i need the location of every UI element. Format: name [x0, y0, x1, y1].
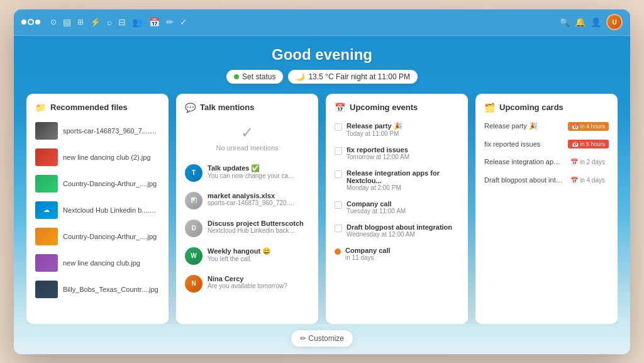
logo[interactable]	[21, 19, 40, 25]
greeting: Good evening	[272, 46, 372, 64]
file-item[interactable]: Country-Dancing-Arthur_....jpg	[35, 173, 160, 194]
event-name: Release party 🎉	[347, 122, 402, 130]
nav-icon-files[interactable]: ▤	[63, 17, 71, 27]
file-item[interactable]: new line dancing club.jpg	[35, 252, 160, 274]
contacts-icon[interactable]: 👤	[591, 17, 601, 27]
avatar[interactable]: U	[606, 14, 623, 30]
file-item[interactable]: ☁ Nextcloud Hub Linkedin b....png	[35, 199, 160, 221]
set-status-button[interactable]: Set status	[226, 70, 283, 84]
ucard-item[interactable]: Release integration apps for... 📅 in 2 d…	[484, 155, 609, 169]
file-name: Nextcloud Hub Linkedin b....png	[63, 206, 160, 214]
event-name: Release integration apps for Nextclou...	[347, 169, 459, 184]
ucard-name: fix reported issues	[484, 140, 564, 148]
talk-content: Talk updates ✅ You can now change your c…	[208, 164, 296, 179]
upcoming-events-card: 📅 Upcoming events Release party 🎉 Today …	[326, 94, 468, 324]
weather-emoji: 🌙	[296, 72, 305, 81]
card-header-files: 📁 Recommended files	[35, 103, 160, 113]
file-name: sports-car-146873_960_7....png	[63, 127, 160, 135]
file-name: Billy_Bobs_Texas_Countr....jpg	[63, 286, 158, 293]
event-checkbox[interactable]	[335, 123, 342, 131]
file-name: Country-Dancing-Arthur_....jpg	[63, 180, 157, 187]
nav-icon-edit[interactable]: ✏	[166, 17, 174, 27]
event-item[interactable]: Company call in 11 days	[335, 245, 459, 263]
ucard-item[interactable]: fix reported issues 📅 in 5 hours	[484, 138, 609, 150]
talk-msg: You left the call.	[208, 255, 271, 262]
card-header-events: 📅 Upcoming events	[335, 103, 459, 113]
event-checkbox[interactable]	[335, 170, 342, 178]
status-dot	[234, 74, 239, 79]
nav-icon-calendar[interactable]: 📅	[149, 17, 160, 27]
customize-button[interactable]: ✏ Customize	[291, 330, 353, 347]
talk-mentions-card: 💬 Talk mentions ✓ No unread mentions T T…	[176, 94, 318, 324]
talk-item[interactable]: 📊 market analysis.xlsx sports-car-146873…	[185, 189, 309, 212]
nav-icon-home[interactable]: ⊙	[50, 18, 57, 26]
recommended-files-card: 📁 Recommended files sports-car-146873_96…	[26, 94, 169, 324]
nav-icon-activity[interactable]: ⚡	[90, 17, 101, 27]
nav-icon-tasks[interactable]: ✓	[180, 17, 187, 27]
weather-pill[interactable]: 🌙 13.5 °C Fair night at 11:00 PM	[288, 70, 418, 84]
ucard-name: Draft blogpost about integra...	[484, 176, 563, 184]
event-details: Company call in 11 days	[345, 247, 391, 261]
talk-name: Nina Cercy	[208, 275, 287, 282]
set-status-label: Set status	[242, 72, 275, 81]
events-card-icon: 📅	[335, 103, 345, 113]
talk-card-title: Talk mentions	[200, 103, 254, 112]
event-checkbox[interactable]	[335, 225, 342, 232]
talk-item[interactable]: N Nina Cercy Are you available tomorrow?	[185, 272, 309, 295]
event-item[interactable]: Release party 🎉 Today at 11:00 PM	[335, 120, 459, 139]
talk-content: Weekly hangout 😄 You left the call.	[208, 247, 271, 262]
files-card-icon: 📁	[35, 103, 46, 113]
file-item[interactable]: Billy_Bobs_Texas_Countr....jpg	[35, 279, 160, 300]
file-thumb	[35, 148, 58, 166]
event-time: Tuesday at 11:00 AM	[347, 208, 406, 215]
talk-item[interactable]: W Weekly hangout 😄 You left the call.	[185, 245, 309, 267]
talk-name: Weekly hangout 😄	[208, 247, 271, 255]
events-card-title: Upcoming events	[350, 103, 418, 112]
event-details: fix reported issues Tomorrow at 12:00 AM	[347, 146, 409, 160]
event-item[interactable]: Release integration apps for Nextclou...…	[335, 167, 459, 193]
event-item[interactable]: Company call Tuesday at 11:00 AM	[335, 198, 459, 216]
topbar: ⊙ ▤ ⊞ ⚡ ⌕ ⊟ 👥 📅 ✏ ✓ 🔍 🔔 👤 U	[14, 9, 630, 36]
file-thumb	[35, 122, 58, 140]
event-checkbox[interactable]	[335, 147, 342, 155]
file-item[interactable]: sports-car-146873_960_7....png	[35, 120, 160, 142]
topbar-right: 🔍 🔔 👤 U	[560, 14, 623, 30]
notification-icon[interactable]: 🔔	[575, 17, 586, 27]
nav-icon-search[interactable]: ⌕	[107, 17, 112, 27]
file-name: new line dancing club.jpg	[63, 259, 140, 267]
ucard-badge: 📅 in 5 hours	[568, 140, 609, 148]
event-name: fix reported issues	[347, 146, 409, 154]
talk-name: Talk updates ✅	[208, 164, 296, 172]
event-item[interactable]: Draft blogpost about integration Wednesd…	[335, 221, 459, 240]
ucard-item[interactable]: Release party 🎉 📅 in 4 hours	[484, 120, 609, 133]
event-name: Draft blogpost about integration	[347, 223, 452, 231]
event-time: Today at 11:00 PM	[347, 130, 402, 137]
file-item[interactable]: Country-Dancing-Arthur_....jpg	[35, 226, 160, 247]
talk-msg: You can now change your camer...	[208, 172, 296, 179]
talk-card-icon: 💬	[185, 103, 196, 113]
talk-item[interactable]: D Discuss project Butterscotch Nextcloud…	[185, 217, 309, 240]
nav-icon-photos[interactable]: ⊞	[77, 18, 84, 26]
event-dot	[335, 249, 341, 255]
talk-content: market analysis.xlsx sports-car-146873_9…	[208, 192, 296, 206]
ucard-item[interactable]: Draft blogpost about integra... 📅 in 4 d…	[484, 174, 609, 187]
nav-icon-contacts[interactable]: 👥	[132, 17, 143, 27]
ucard-badge: 📅 in 4 hours	[568, 122, 609, 131]
nav-icon-apps[interactable]: ⊟	[118, 17, 126, 27]
event-checkbox[interactable]	[335, 201, 342, 209]
talk-avatar: D	[185, 220, 203, 237]
talk-item[interactable]: T Talk updates ✅ You can now change your…	[185, 162, 309, 184]
search-icon[interactable]: 🔍	[560, 18, 570, 27]
talk-msg: Are you available tomorrow?	[208, 282, 287, 289]
file-thumb: ☁	[35, 201, 58, 219]
main-content: Good evening Set status 🌙 13.5 °C Fair n…	[14, 36, 630, 354]
file-item[interactable]: new line dancing club (2).jpg	[35, 147, 160, 168]
event-details: Release party 🎉 Today at 11:00 PM	[347, 122, 402, 137]
event-time: Tomorrow at 12:00 AM	[347, 154, 409, 160]
talk-avatar: W	[185, 247, 203, 265]
talk-avatar: T	[185, 164, 203, 182]
no-unread-text: No unread mentions	[216, 144, 278, 152]
event-item[interactable]: fix reported issues Tomorrow at 12:00 AM	[335, 144, 459, 162]
customize-label: ✏ Customize	[300, 334, 344, 343]
file-thumb	[35, 281, 58, 298]
